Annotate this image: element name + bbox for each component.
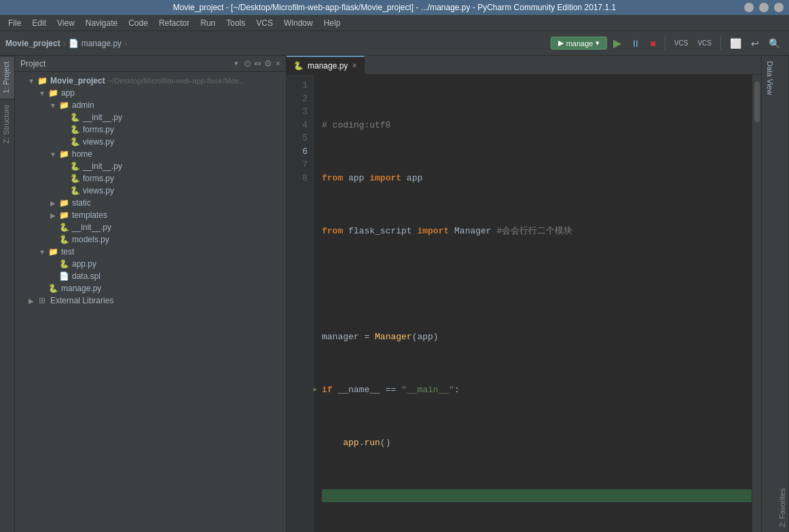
arrow-icon: ▼ [37,248,48,256]
tab-manage-py[interactable]: 🐍 manage.py ✕ [287,56,365,74]
tree-item-app-init[interactable]: 🐍 __init__.py [15,221,286,233]
toolbar-right: ▶ manage ▾ ▶ ⏸ ■ VCS VCS ⬜ ↩ 🔍 [551,35,784,52]
line-num-4: 4 [287,119,308,132]
folder-icon: 📁 [37,75,48,86]
sidebar-hide-icon[interactable]: × [275,58,280,69]
toolbar: Movie_project › 📄 manage.py › ▶ manage ▾… [0,31,789,56]
arrow-icon: ▶ [48,212,58,219]
menu-edit[interactable]: Edit [26,17,52,29]
breadcrumb-icon: 📄 [69,39,79,48]
code-content[interactable]: # coding:utf8 from app import app from f… [314,75,752,532]
scrollbar-thumb [754,81,760,122]
tree-item-models[interactable]: 🐍 models.py [15,233,286,246]
minimize-btn[interactable] [744,3,754,12]
tree-item-static[interactable]: ▶ 📁 static [15,197,286,209]
tree-item-admin[interactable]: ▼ 📁 admin [15,99,286,111]
breadcrumb-project[interactable]: Movie_project [5,39,60,48]
tree-label: templates [72,210,107,220]
vtab-structure[interactable]: Z: Structure [0,98,14,149]
breadcrumb-file[interactable]: manage.py [81,39,122,48]
menu-file[interactable]: File [3,17,26,29]
line-num-5: 5 [287,132,308,145]
run-button[interactable]: ▶ [610,35,625,52]
tree-label: External Libraries [50,296,113,305]
tab-file-icon: 🐍 [293,61,304,71]
menu-tools[interactable]: Tools [221,17,251,29]
py-file-icon: 🐍 [69,161,80,172]
tree-item-manage[interactable]: 🐍 manage.py [15,282,286,294]
arrow-icon: ▶ [48,200,58,207]
tree-label: app [61,88,75,98]
tree-label: test [61,247,74,256]
tree-item-ext-libs[interactable]: ▶ ⊞ External Libraries [15,294,286,307]
arrow-icon: ▼ [48,151,58,158]
tree-item-app[interactable]: ▼ 📁 app [15,87,286,99]
undo-button[interactable]: ↩ [748,36,763,51]
tab-label: manage.py [308,61,348,71]
line-num-3: 3 [287,105,308,119]
editor-area: 🐍 manage.py ✕ 1 2 3 4 5 6 7 8 [287,56,761,532]
py-file-icon: 🐍 [69,185,80,196]
tree-item-test[interactable]: ▼ 📁 test [15,246,286,258]
sidebar-collapse-icon[interactable]: ⇔ [254,58,261,69]
sidebar-locate-icon[interactable]: ⊙ [244,58,251,69]
run-config-button[interactable]: ▶ manage ▾ [551,37,608,50]
main-layout: 1: Project Z: Structure Project ▾ ⊙ ⇔ ⚙ … [0,56,789,532]
maximize-btn[interactable] [759,3,769,12]
code-line-6: ▶ if __name__ == "__main__" : [322,383,752,397]
vcs-commit-button[interactable]: VCS [694,37,715,49]
vcs-update-button[interactable]: VCS [671,37,692,49]
editor-scrollbar[interactable] [752,75,761,532]
tree-label: __init__.py [72,223,111,232]
menu-view[interactable]: View [52,17,80,29]
favorites-tab[interactable]: 2: Favorites [776,56,789,532]
tree-item-home-views[interactable]: 🐍 views.py [15,185,286,197]
tree-label: admin [72,100,94,110]
tree-label: manage.py [61,284,101,293]
line-numbers: 1 2 3 4 5 6 7 8 [287,75,314,532]
run-config-label: manage [566,39,593,48]
tree-item-templates[interactable]: ▶ 📁 templates [15,209,286,221]
py-file-icon: 🐍 [69,124,80,135]
sidebar-header: Project ▾ ⊙ ⇔ ⚙ × [15,56,286,72]
code-line-3: from flask_script import Manager #会会行行二个… [322,225,752,238]
right-vtabs: Data View [761,56,776,532]
tree-item-home-forms[interactable]: 🐍 forms.py [15,172,286,185]
tree-item-home[interactable]: ▼ 📁 home [15,148,286,160]
menu-run[interactable]: Run [195,17,221,29]
tree-item-admin-forms[interactable]: 🐍 forms.py [15,124,286,136]
menu-help[interactable]: Help [318,17,346,29]
menu-vcs[interactable]: VCS [251,17,278,29]
tree-item-test-app[interactable]: 🐍 app.py [15,258,286,270]
code-comment: # coding:utf8 [322,119,390,132]
tree-item-home-init[interactable]: 🐍 __init__.py [15,160,286,172]
stop-button[interactable]: ■ [646,36,659,51]
tree-item-admin-views[interactable]: 🐍 views.py [15,136,286,148]
line-num-7: 7 [287,158,308,172]
menu-refactor[interactable]: Refactor [153,17,195,29]
breadcrumb-sep2: › [124,39,127,48]
debug-button[interactable]: ⏸ [627,36,644,51]
line-num-2: 2 [287,92,308,106]
sidebar-settings-icon[interactable]: ⚙ [264,58,272,69]
menu-window[interactable]: Window [278,17,318,29]
title-text: Movie_project - [~/Desktop/Microfilm-web… [173,3,617,12]
tree-item-test-data[interactable]: 📄 data.spl [15,270,286,282]
tab-close-icon[interactable]: ✕ [352,62,357,69]
tree-label: __init__.py [83,113,122,122]
line-num-8: 8 [287,172,308,185]
tree-item-admin-init[interactable]: 🐍 __init__.py [15,111,286,124]
code-editor[interactable]: 1 2 3 4 5 6 7 8 # coding:utf8 fro [287,75,761,532]
tree-label: forms.py [83,174,114,183]
menu-code[interactable]: Code [123,17,153,29]
vtab-data-view[interactable]: Data View [762,56,776,100]
close-btn[interactable] [774,3,784,12]
terminal-button[interactable]: ⬜ [727,36,745,51]
menu-navigate[interactable]: Navigate [80,17,123,29]
tree-item-movie-project[interactable]: ▼ 📁 Movie_project ~/Desktop/Microfilm-we… [15,75,286,87]
folder-icon: 📁 [58,149,69,159]
vtab-project[interactable]: 1: Project [0,56,14,98]
search-button[interactable]: 🔍 [765,36,784,51]
line-num-1: 1 [287,79,308,92]
py-file-icon: 🐍 [69,112,80,123]
